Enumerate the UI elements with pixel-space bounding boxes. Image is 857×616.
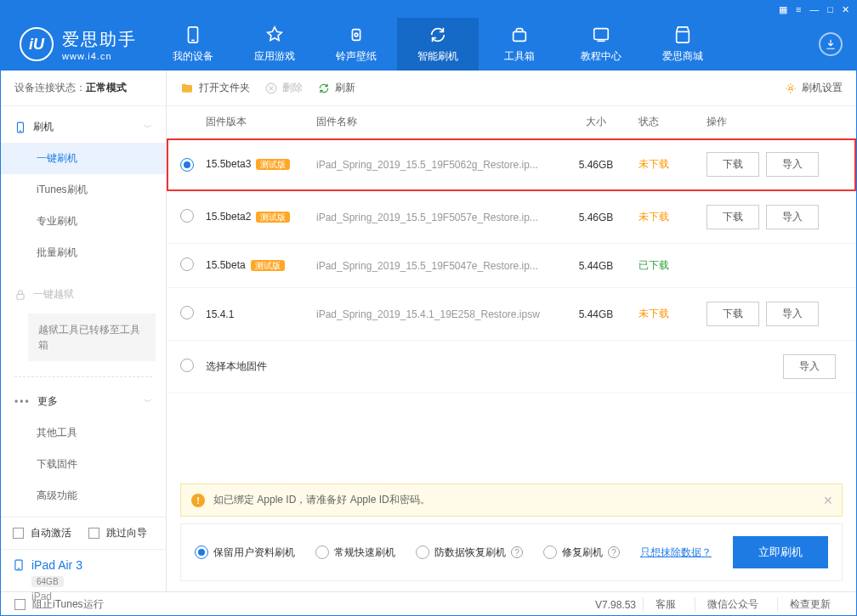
open-folder-button[interactable]: 打开文件夹 (180, 81, 250, 95)
sidebar-group-more[interactable]: ••• 更多 ﹀ (1, 386, 166, 417)
firmware-row[interactable]: 15.5beta3测试版iPad_Spring_2019_15.5_19F506… (167, 138, 856, 191)
tablet-icon (13, 558, 25, 572)
download-manager-icon[interactable] (819, 32, 843, 56)
delete-label: 删除 (282, 81, 303, 95)
import-local-button[interactable]: 导入 (783, 354, 836, 379)
sidebar-item-itunes[interactable]: iTunes刷机 (1, 174, 166, 206)
sidebar-item-adv[interactable]: 高级功能 (1, 480, 166, 511)
apple-id-alert: ! 如已绑定 Apple ID，请准备好 Apple ID和密码。 ✕ (180, 483, 843, 517)
logo: iU 爱思助手 www.i4.cn (1, 27, 152, 61)
sidebar-group-flash[interactable]: 刷机 ﹀ (1, 111, 166, 143)
download-button[interactable]: 下载 (707, 205, 759, 229)
opt-repair-label: 修复刷机 (562, 545, 603, 560)
firmware-radio[interactable] (180, 306, 194, 319)
titlebar-list-icon[interactable]: ≡ (796, 4, 801, 14)
footer-wechat[interactable]: 微信公众号 (695, 597, 770, 612)
firmware-row[interactable]: 15.4.1iPad_Spring_2019_15.4.1_19E258_Res… (167, 288, 856, 341)
sidebar-item-other[interactable]: 其他工具 (1, 417, 166, 449)
ringtone-icon (347, 25, 366, 44)
alert-close-icon[interactable]: ✕ (823, 494, 833, 507)
nav-flash-label: 智能刷机 (417, 49, 458, 64)
opt-normal[interactable]: 常规快速刷机 (315, 545, 395, 560)
firmware-version: 15.5beta3 (206, 158, 251, 170)
sidebar-group-flash-label: 刷机 (33, 120, 54, 134)
footer-service[interactable]: 客服 (643, 597, 688, 612)
device-name: iPad Air 3 (31, 558, 82, 572)
block-itunes-checkbox[interactable] (14, 599, 26, 610)
sidebar-item-oneclick[interactable]: 一键刷机 (1, 143, 166, 174)
import-button[interactable]: 导入 (766, 302, 819, 326)
nav-tutorial[interactable]: 教程中心 (560, 18, 642, 71)
phone-icon (14, 122, 26, 133)
logo-mark: iU (20, 27, 54, 61)
skip-guide-checkbox[interactable] (88, 528, 99, 539)
sidebar-item-download[interactable]: 下载固件 (1, 449, 166, 480)
col-version: 固件版本 (206, 115, 316, 129)
table-header: 固件版本 固件名称 大小 状态 操作 (167, 106, 856, 138)
erase-data-link[interactable]: 只想抹除数据？ (640, 545, 712, 560)
auto-activate-label: 自动激活 (31, 526, 71, 540)
opt-anti-loss[interactable]: 防数据恢复刷机? (416, 545, 523, 560)
firmware-filename: iPad_Spring_2019_15.5_19F5062g_Restore.i… (316, 159, 562, 171)
import-button[interactable]: 导入 (766, 152, 819, 177)
alert-text: 如已绑定 Apple ID，请准备好 Apple ID和密码。 (213, 493, 430, 507)
sidebar-item-pro[interactable]: 专业刷机 (1, 206, 166, 237)
auto-activate-checkbox[interactable] (13, 528, 24, 539)
col-name: 固件名称 (316, 115, 562, 129)
titlebar-maximize-icon[interactable]: □ (827, 4, 833, 14)
firmware-radio[interactable] (180, 257, 194, 271)
titlebar-grid-icon[interactable]: ▦ (779, 4, 787, 15)
nav-apps[interactable]: 应用游戏 (234, 18, 315, 71)
info-icon[interactable]: ? (608, 546, 620, 558)
flash-settings-button[interactable]: 刷机设置 (785, 81, 843, 95)
beta-badge: 测试版 (251, 260, 285, 271)
info-icon[interactable]: ? (511, 546, 523, 558)
firmware-size: 5.46GB (562, 212, 630, 223)
nav-tools[interactable]: 工具箱 (479, 18, 560, 71)
logo-url: www.i4.cn (62, 51, 137, 61)
nav-flash[interactable]: 智能刷机 (397, 18, 479, 71)
open-folder-label: 打开文件夹 (199, 81, 250, 95)
firmware-row[interactable]: 15.5beta2测试版iPad_Spring_2019_15.5_19F505… (167, 191, 856, 244)
header: iU 爱思助手 www.i4.cn 我的设备应用游戏铃声壁纸智能刷机工具箱教程中… (1, 18, 856, 71)
start-flash-button[interactable]: 立即刷机 (733, 536, 828, 568)
connection-status-value: 正常模式 (86, 82, 127, 93)
download-button[interactable]: 下载 (707, 152, 759, 177)
firmware-radio[interactable] (180, 209, 194, 223)
col-status: 状态 (630, 115, 698, 129)
sidebar-group-jailbreak-label: 一键越狱 (33, 287, 74, 302)
top-nav: 我的设备应用游戏铃声壁纸智能刷机工具箱教程中心爱思商城 (152, 18, 724, 71)
nav-tutorial-label: 教程中心 (581, 49, 621, 64)
opt-repair[interactable]: 修复刷机? (543, 545, 620, 560)
svg-rect-9 (17, 294, 24, 299)
nav-device[interactable]: 我的设备 (152, 18, 234, 71)
beta-badge: 测试版 (256, 212, 290, 223)
firmware-radio[interactable] (180, 158, 194, 172)
firmware-status: 未下载 (630, 210, 698, 224)
nav-store[interactable]: 爱思商城 (642, 18, 724, 71)
titlebar-close-icon[interactable]: ✕ (842, 4, 849, 15)
select-local-radio[interactable] (180, 359, 194, 372)
skip-guide-label: 跳过向导 (106, 526, 147, 540)
sidebar-group-jailbreak: 一键越狱 (1, 279, 166, 310)
titlebar-minimize-icon[interactable]: — (809, 4, 819, 14)
sidebar-item-batch[interactable]: 批量刷机 (1, 237, 166, 268)
opt-keep-data[interactable]: 保留用户资料刷机 (195, 545, 295, 560)
firmware-row[interactable]: 15.5beta测试版iPad_Spring_2019_15.5_19F5047… (167, 244, 856, 288)
col-ops: 操作 (698, 115, 843, 129)
firmware-filename: iPad_Spring_2019_15.5_19F5057e_Restore.i… (316, 212, 562, 223)
footer-update[interactable]: 检查更新 (777, 597, 843, 612)
refresh-label: 刷新 (335, 81, 355, 95)
refresh-button[interactable]: 刷新 (318, 81, 355, 95)
nav-ringtone[interactable]: 铃声壁纸 (315, 18, 397, 71)
firmware-version: 15.5beta2 (206, 211, 251, 223)
nav-device-label: 我的设备 (173, 49, 213, 64)
col-size: 大小 (562, 115, 630, 129)
connection-status-label: 设备连接状态： (14, 82, 86, 93)
import-button[interactable]: 导入 (766, 205, 819, 229)
svg-rect-5 (594, 28, 609, 39)
footer-version: V7.98.53 (595, 599, 636, 611)
svg-point-15 (789, 87, 792, 90)
delete-icon (265, 82, 277, 94)
download-button[interactable]: 下载 (707, 302, 759, 326)
